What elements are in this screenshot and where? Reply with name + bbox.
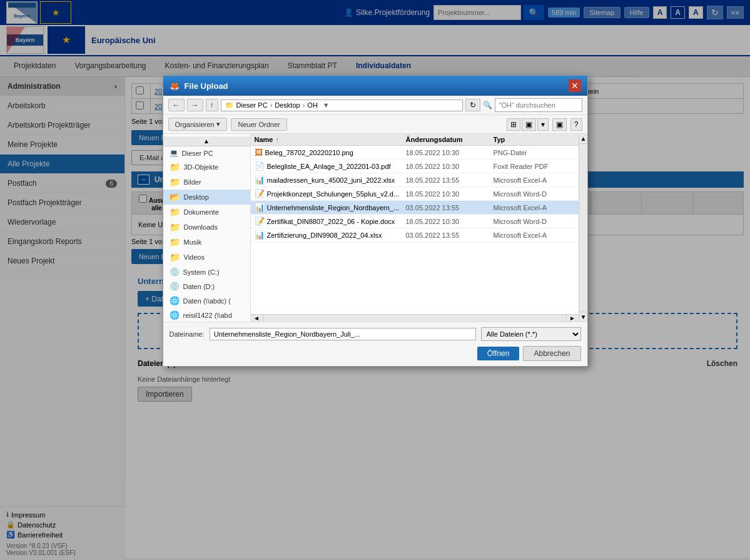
organize-button[interactable]: Organisieren ▾ xyxy=(168,118,228,131)
file-type: Microsoft Excel-A xyxy=(494,232,575,239)
file-type: Microsoft Excel-A xyxy=(494,204,575,211)
back-button[interactable]: ← xyxy=(168,99,185,111)
dialog-cancel-button[interactable]: Abbrechen xyxy=(523,346,580,361)
file-name: Unternehmensliste_Region_Nordbayern_... xyxy=(267,204,400,211)
file-row[interactable]: 📊 Zertifizierung_DIN9908_2022_04.xlsx 03… xyxy=(251,228,579,242)
file-type: Microsoft Excel-A xyxy=(494,176,575,184)
dialog-file-list: 🖼 Beleg_78702_20220210.png 18.05.2022 10… xyxy=(251,146,579,314)
file-type: Microsoft Word-D xyxy=(494,190,575,198)
dialog-sidebar-3d-objekte[interactable]: 📁 3D-Objekte xyxy=(163,160,250,175)
folder-icon: 📁 xyxy=(170,222,180,232)
folder-open-icon: 📂 xyxy=(170,192,180,202)
breadcrumb: 📁 Dieser PC › Desktop › OH ▼ xyxy=(221,99,463,111)
up-button[interactable]: ↑ xyxy=(206,99,218,111)
dialog-body: ▲ 💻 Dieser PC 📁 3D-Objekte 📁 Bilder 📂 De… xyxy=(163,134,587,322)
drive-icon: 🌐 xyxy=(170,310,180,320)
file-name: Projektkonzept_Schulungen_55plus_v2.d... xyxy=(267,190,400,198)
file-name: mailadressen_kurs_45002_juni_2022.xlsx xyxy=(267,176,395,184)
file-list-header: Name ↑ Änderungsdatum Typ xyxy=(251,134,579,146)
view-grid-button[interactable]: ⊞ xyxy=(507,118,520,131)
file-list-container: Name ↑ Änderungsdatum Typ 🖼 Beleg_78702_… xyxy=(251,134,579,322)
file-icon: 📄 xyxy=(255,161,265,171)
dialog-sidebar-system-c[interactable]: 💿 System (C:) xyxy=(163,265,250,279)
view-down-button[interactable]: ▾ xyxy=(537,118,549,131)
folder-icon: 📁 xyxy=(170,162,180,172)
file-name: Zertifizierung_DIN9908_2022_04.xlsx xyxy=(267,232,382,239)
dialog-sidebar: ▲ 💻 Dieser PC 📁 3D-Objekte 📁 Bilder 📂 De… xyxy=(163,134,251,322)
dialog-toolbar: ← → ↑ 📁 Dieser PC › Desktop › OH ▼ ↻ 🔍 xyxy=(163,96,587,115)
dialog-sidebar-reisil1422[interactable]: 🌐 reisil1422 (\\abd xyxy=(163,308,250,322)
dialog-sidebar-downloads[interactable]: 📁 Downloads xyxy=(163,220,250,235)
file-row[interactable]: 📄 Belegliste_EA_Anlage_3_202201-03.pdf 1… xyxy=(251,160,579,173)
horizontal-scrollbar[interactable]: ◄ ► xyxy=(251,314,579,322)
dialog-sidebar-videos[interactable]: 📁 Videos xyxy=(163,250,250,265)
file-name: Belegliste_EA_Anlage_3_202201-03.pdf xyxy=(267,163,391,170)
dialog-open-button[interactable]: Öffnen xyxy=(477,347,520,360)
dialog-sidebar-daten-abdc[interactable]: 🌐 Daten (\\abdc) ( xyxy=(163,293,250,308)
filetype-select[interactable]: Alle Dateien (*.*) xyxy=(481,327,581,341)
file-upload-overlay: 🦊 File Upload ✕ ← → ↑ 📁 Dieser PC › Desk… xyxy=(0,0,750,558)
dialog-action-bar: Organisieren ▾ Neuer Ordner ⊞ ▣ ▾ ▣ ? xyxy=(163,115,587,134)
file-date: 18.05.2022 10:30 xyxy=(406,190,494,198)
folder-icon: 📁 xyxy=(170,177,180,187)
filename-label: Dateiname: xyxy=(170,330,205,338)
vertical-scrollbar[interactable]: ▲ ▼ xyxy=(579,134,587,322)
file-date: 18.05.2022 10:30 xyxy=(406,163,494,170)
view-icons: ⊞ ▣ ▾ xyxy=(507,118,549,131)
file-icon: 📊 xyxy=(255,230,265,240)
file-row[interactable]: 🖼 Beleg_78702_20220210.png 18.05.2022 10… xyxy=(251,146,579,160)
dialog-search-input[interactable] xyxy=(495,98,582,112)
file-upload-dialog: 🦊 File Upload ✕ ← → ↑ 📁 Dieser PC › Desk… xyxy=(163,75,588,367)
dialog-sidebar-musik[interactable]: 📁 Musik xyxy=(163,235,250,250)
scroll-up-btn[interactable]: ▲ xyxy=(579,134,587,144)
breadcrumb-oh: OH xyxy=(307,101,318,109)
file-date: 18.05.2022 10:30 xyxy=(406,218,494,225)
file-type: Microsoft Word-D xyxy=(494,218,575,225)
dialog-sidebar-daten-d[interactable]: 💿 Daten (D:) xyxy=(163,279,250,293)
folder-icon: 📁 xyxy=(170,207,180,217)
dialog-titlebar-left: 🦊 File Upload xyxy=(170,81,228,91)
scroll-right-btn[interactable]: ► xyxy=(566,315,579,322)
dialog-sidebar-bilder[interactable]: 📁 Bilder xyxy=(163,175,250,190)
file-icon: 🖼 xyxy=(255,148,263,157)
dialog-sidebar-desktop[interactable]: 📂 Desktop xyxy=(163,190,250,205)
file-row[interactable]: 📊 Unternehmensliste_Region_Nordbayern_..… xyxy=(251,201,579,215)
file-type: Foxit Reader PDF xyxy=(494,163,575,170)
filename-input[interactable] xyxy=(210,328,476,340)
file-date: 18.05.2022 13:55 xyxy=(406,176,494,184)
file-name: Beleg_78702_20220210.png xyxy=(265,149,353,156)
scroll-left-btn[interactable]: ◄ xyxy=(251,315,263,322)
dialog-sidebar-dieser-pc[interactable]: 💻 Dieser PC xyxy=(163,146,250,160)
firefox-icon: 🦊 xyxy=(170,81,180,91)
breadcrumb-pc: Dieser PC xyxy=(236,101,268,109)
view-list-button[interactable]: ▣ xyxy=(522,118,536,131)
drive-icon: 💿 xyxy=(170,267,180,277)
preview-button[interactable]: ▣ xyxy=(552,118,567,131)
breadcrumb-desktop: Desktop xyxy=(275,101,300,109)
dialog-sidebar-dokumente[interactable]: 📁 Dokumente xyxy=(163,205,250,220)
file-row[interactable]: 📝 Projektkonzept_Schulungen_55plus_v2.d.… xyxy=(251,187,579,201)
drive-icon: 🌐 xyxy=(170,296,180,305)
dialog-refresh-button[interactable]: ↻ xyxy=(465,99,480,111)
dialog-help-button[interactable]: ? xyxy=(570,118,582,131)
dialog-footer-row2: Öffnen Abbrechen xyxy=(170,346,581,361)
forward-button[interactable]: → xyxy=(187,99,203,111)
file-type: PNG-Datei xyxy=(494,149,575,156)
file-row[interactable]: 📝 Zertifikat_DIN8807_2022_06 - Kopie.doc… xyxy=(251,215,579,228)
file-icon: 📊 xyxy=(255,203,265,212)
drive-icon: 💿 xyxy=(170,282,180,291)
sidebar-scroll-up[interactable]: ▲ xyxy=(163,136,250,146)
file-date: 03.05.2022 13:55 xyxy=(406,204,494,211)
file-date: 03.05.2022 13:55 xyxy=(406,232,494,239)
scroll-down-btn[interactable]: ▼ xyxy=(579,312,587,322)
folder-icon-yellow: 📁 xyxy=(225,101,234,109)
file-icon: 📝 xyxy=(255,189,265,198)
folder-icon: 📁 xyxy=(170,237,180,247)
folder-icon: 📁 xyxy=(170,252,180,262)
file-row[interactable]: 📊 mailadressen_kurs_45002_juni_2022.xlsx… xyxy=(251,173,579,187)
dialog-footer-row1: Dateiname: Alle Dateien (*.*) xyxy=(170,327,581,341)
dialog-search: 🔍 xyxy=(483,98,582,112)
file-date: 18.05.2022 10:30 xyxy=(406,149,494,156)
new-folder-button[interactable]: Neuer Ordner xyxy=(231,118,286,131)
dialog-close-button[interactable]: ✕ xyxy=(569,79,581,92)
